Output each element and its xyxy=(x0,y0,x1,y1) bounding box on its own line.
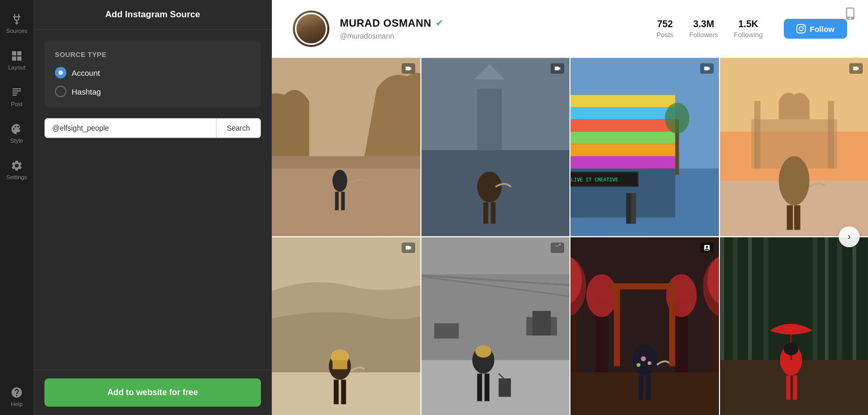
radio-hashtag-label: Hashtag xyxy=(72,87,101,96)
sidebar-item-style[interactable]: Style xyxy=(0,115,34,152)
post-icon xyxy=(10,86,23,99)
source-panel: Add Instagram Source Source Type Account… xyxy=(34,0,272,415)
grid-cell-4[interactable] xyxy=(720,58,869,236)
grid-cell-6[interactable] xyxy=(421,237,570,416)
media-indicator-4 xyxy=(849,63,863,74)
grid-cell-1[interactable] xyxy=(272,58,420,236)
svg-point-36 xyxy=(779,156,809,205)
svg-rect-29 xyxy=(631,193,636,224)
mobile-preview-icon[interactable] xyxy=(843,6,858,23)
svg-rect-54 xyxy=(434,323,459,338)
media-indicator-6 xyxy=(551,243,564,253)
radio-hashtag[interactable]: Hashtag xyxy=(55,86,250,97)
profile-stats: 752 Posts 3.3M Followers 1.5K Following xyxy=(656,19,762,39)
svg-point-77 xyxy=(641,356,646,361)
grid-cell-8[interactable] xyxy=(720,237,869,416)
profile-name-row: MURAD OSMANN ✔ xyxy=(340,17,635,29)
svg-rect-75 xyxy=(611,283,678,290)
panel-footer: Add to website for free xyxy=(34,370,271,415)
svg-rect-22 xyxy=(570,156,675,168)
search-input[interactable] xyxy=(44,118,216,138)
radio-account-circle[interactable] xyxy=(55,67,66,78)
sidebar-item-help[interactable]: Help xyxy=(0,378,34,415)
grid-cell-3[interactable]: LIVE IT CREATIVE xyxy=(570,58,719,236)
svg-rect-74 xyxy=(669,286,676,366)
stat-following: 1.5K Following xyxy=(734,19,763,39)
svg-rect-17 xyxy=(570,95,675,107)
svg-point-69 xyxy=(586,274,617,317)
svg-rect-81 xyxy=(646,375,650,400)
panel-body: Source Type Account Hashtag Search xyxy=(34,30,271,370)
profile-header: MURAD OSMANN ✔ @muradosmann 752 Posts 3.… xyxy=(272,0,868,58)
media-indicator-1 xyxy=(402,63,415,74)
radio-account-label: Account xyxy=(72,68,100,77)
svg-rect-21 xyxy=(570,144,675,156)
svg-rect-57 xyxy=(477,373,482,401)
grid-cell-7[interactable] xyxy=(570,237,719,416)
svg-rect-58 xyxy=(484,373,489,401)
sidebar-label-help: Help xyxy=(11,401,23,407)
avatar-image xyxy=(295,13,327,45)
svg-rect-97 xyxy=(786,375,790,400)
grid-image-5 xyxy=(272,237,420,416)
svg-rect-98 xyxy=(793,375,797,400)
grid-cell-5[interactable] xyxy=(272,237,420,416)
following-value: 1.5K xyxy=(734,19,763,30)
svg-rect-44 xyxy=(334,379,338,404)
svg-point-56 xyxy=(475,345,492,357)
image-grid: LIVE IT CREATIVE xyxy=(272,58,868,415)
svg-rect-13 xyxy=(490,202,495,224)
sidebar-item-settings[interactable]: Settings xyxy=(0,152,34,188)
profile-name: MURAD OSMANN xyxy=(340,17,431,29)
sidebar-item-post[interactable]: Post xyxy=(0,78,34,115)
profile-info: MURAD OSMANN ✔ @muradosmann xyxy=(340,17,635,41)
svg-point-3 xyxy=(333,170,347,192)
grid-cell-2[interactable] xyxy=(421,58,570,236)
svg-rect-37 xyxy=(786,205,793,230)
grid-image-4 xyxy=(720,58,869,236)
svg-rect-28 xyxy=(626,193,631,224)
radio-account[interactable]: Account xyxy=(55,67,250,78)
sidebar-label-sources: Sources xyxy=(6,28,27,34)
sidebar-item-sources[interactable]: Sources xyxy=(0,5,34,42)
svg-rect-51 xyxy=(421,360,570,415)
svg-rect-45 xyxy=(341,379,346,404)
grid-image-3: LIVE IT CREATIVE xyxy=(570,58,719,236)
svg-rect-38 xyxy=(794,205,800,230)
svg-rect-48 xyxy=(421,237,570,274)
media-indicator-3 xyxy=(700,63,714,74)
follow-button[interactable]: Follow xyxy=(784,19,848,39)
layout-icon xyxy=(10,50,23,62)
next-arrow[interactable]: › xyxy=(839,226,860,247)
posts-value: 752 xyxy=(656,19,673,30)
svg-rect-43 xyxy=(333,360,347,369)
svg-rect-5 xyxy=(341,192,345,210)
followers-value: 3.3M xyxy=(689,19,718,30)
svg-point-78 xyxy=(648,361,652,365)
sidebar-item-layout[interactable]: Layout xyxy=(0,42,34,78)
gear-icon xyxy=(10,159,23,172)
profile-username: @muradosmann xyxy=(340,32,394,40)
svg-rect-34 xyxy=(754,101,760,168)
search-button[interactable]: Search xyxy=(216,118,261,138)
grid-image-2 xyxy=(421,58,570,236)
svg-point-79 xyxy=(636,363,640,366)
svg-rect-35 xyxy=(828,101,834,168)
panel-title: Add Instagram Source xyxy=(34,0,271,30)
sidebar-label-style: Style xyxy=(10,137,23,144)
help-icon xyxy=(10,386,23,399)
add-website-button[interactable]: Add to website for free xyxy=(44,378,261,407)
media-indicator-5 xyxy=(402,243,415,253)
instagram-icon xyxy=(796,24,806,33)
radio-hashtag-circle[interactable] xyxy=(55,86,66,97)
source-type-card: Source Type Account Hashtag xyxy=(44,40,261,108)
svg-rect-12 xyxy=(483,202,488,224)
style-icon xyxy=(10,123,23,135)
svg-rect-59 xyxy=(498,378,510,397)
svg-point-11 xyxy=(477,171,501,202)
grid-image-6 xyxy=(421,237,570,416)
svg-rect-73 xyxy=(614,286,620,366)
svg-rect-18 xyxy=(570,107,675,119)
grid-image-1 xyxy=(272,58,420,236)
stat-posts: 752 Posts xyxy=(656,19,673,39)
